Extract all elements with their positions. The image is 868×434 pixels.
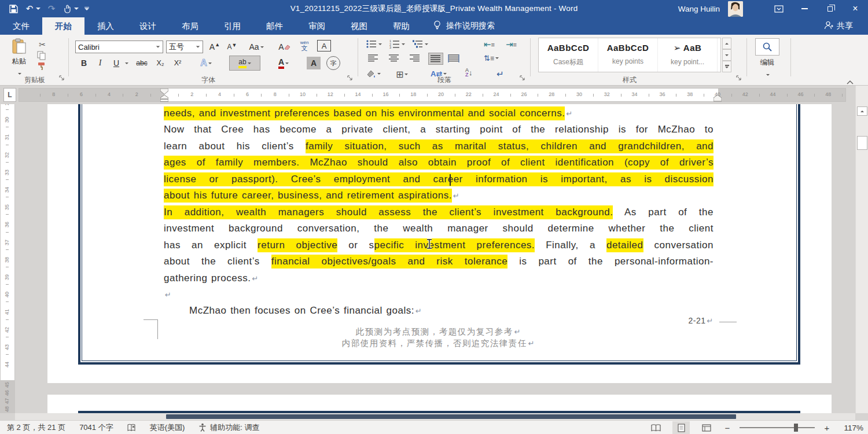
grow-font-button[interactable]: A▲ bbox=[207, 41, 222, 53]
clipboard-dialog-launcher[interactable] bbox=[59, 75, 65, 81]
cut-button[interactable]: ✂ bbox=[36, 39, 49, 50]
doc-line-11[interactable]: ↵ bbox=[164, 289, 713, 300]
show-hide-marks-button[interactable]: ↵ bbox=[496, 69, 504, 79]
distribute-button[interactable] bbox=[448, 54, 459, 62]
doc-line-8[interactable]: has an explicit return objective or spec… bbox=[164, 240, 713, 251]
user-avatar[interactable] bbox=[728, 1, 743, 17]
tab-file[interactable]: 文件 bbox=[0, 17, 42, 35]
paragraph-dialog-launcher[interactable] bbox=[520, 75, 525, 81]
doc-line-10[interactable]: gathering process.↵ bbox=[164, 273, 713, 284]
minimize-button[interactable] bbox=[792, 0, 817, 17]
styles-scroll-up-button[interactable] bbox=[722, 38, 731, 49]
borders-button[interactable]: ⊞ bbox=[396, 69, 408, 80]
superscript-button[interactable]: X² bbox=[170, 57, 185, 69]
justify-button[interactable] bbox=[428, 53, 443, 65]
font-name-combo[interactable]: Calibri bbox=[75, 41, 163, 53]
bold-button[interactable]: B bbox=[78, 57, 90, 69]
tell-me-search[interactable]: 操作说明搜索 bbox=[433, 17, 495, 35]
underline-dropdown-icon[interactable] bbox=[125, 62, 128, 64]
paste-button[interactable]: 粘贴 bbox=[6, 38, 32, 73]
change-case-button[interactable]: Aa bbox=[245, 41, 267, 53]
doc-line-6[interactable]: In addition, wealth managers should asse… bbox=[164, 207, 713, 218]
tab-home[interactable]: 开始 bbox=[42, 17, 84, 35]
vertical-ruler[interactable]: 2930313233343536373839404142434445464748 bbox=[0, 104, 15, 413]
doc-line-3[interactable]: ages of family members. McZhao should al… bbox=[164, 157, 713, 168]
multilevel-list-button[interactable] bbox=[412, 39, 428, 49]
increase-indent-button[interactable]: ⇥≡ bbox=[506, 39, 516, 50]
first-line-indent-marker[interactable] bbox=[160, 89, 168, 94]
vertical-scrollbar[interactable] bbox=[855, 86, 868, 413]
style-item-2[interactable]: ➢ AaBkey point... bbox=[658, 38, 718, 72]
text-highlight-button[interactable]: ab bbox=[229, 56, 260, 71]
web-layout-button[interactable] bbox=[698, 421, 715, 434]
line-spacing-button[interactable]: ⇅≡ bbox=[484, 54, 499, 62]
doc-line-9[interactable]: about the client’s financial objectives/… bbox=[164, 256, 713, 267]
doc-line-0[interactable]: needs, and investment preferences based … bbox=[164, 108, 713, 119]
zoom-level[interactable]: 117% bbox=[839, 424, 863, 432]
zoom-slider[interactable] bbox=[740, 427, 815, 428]
collapse-ribbon-button[interactable] bbox=[846, 76, 854, 87]
tab-help[interactable]: 帮助 bbox=[380, 17, 422, 35]
align-center-button[interactable] bbox=[389, 54, 399, 62]
vertical-scrollbar-thumb[interactable] bbox=[857, 136, 867, 150]
styles-more-button[interactable] bbox=[722, 61, 731, 72]
read-mode-button[interactable] bbox=[647, 421, 664, 434]
zoom-in-button[interactable]: + bbox=[823, 423, 831, 433]
font-size-combo[interactable]: 五号 bbox=[166, 41, 203, 53]
style-item-0[interactable]: AaBbCcDCase标题 bbox=[539, 38, 598, 72]
user-name[interactable]: Wang Huilin bbox=[678, 5, 720, 13]
accessibility-status[interactable]: 辅助功能: 调查 bbox=[192, 422, 266, 433]
styles-dialog-launcher[interactable] bbox=[736, 75, 742, 81]
enclose-characters-button[interactable]: 字 bbox=[326, 56, 340, 70]
print-layout-button[interactable] bbox=[672, 421, 690, 434]
restore-button[interactable] bbox=[817, 0, 843, 17]
editing-button[interactable]: 编辑 bbox=[753, 38, 781, 78]
tab-review[interactable]: 审阅 bbox=[296, 17, 338, 35]
doc-line-13[interactable]: 2-21↵ bbox=[164, 316, 713, 325]
close-button[interactable]: × bbox=[843, 0, 868, 17]
horizontal-scrollbar[interactable] bbox=[15, 413, 855, 420]
underline-button[interactable]: U bbox=[110, 57, 123, 69]
page-indicator[interactable]: 第 2 页，共 21 页 bbox=[0, 422, 72, 433]
zoom-slider-thumb[interactable] bbox=[794, 424, 798, 432]
redo-icon[interactable]: ↷ bbox=[46, 3, 57, 14]
customize-qat-button[interactable] bbox=[84, 7, 89, 10]
clear-formatting-button[interactable]: A bbox=[277, 41, 293, 53]
tab-layout[interactable]: 布局 bbox=[169, 17, 211, 35]
subscript-button[interactable]: X₂ bbox=[153, 57, 168, 69]
decrease-indent-button[interactable]: ⇤≡ bbox=[484, 39, 494, 50]
zoom-out-button[interactable]: − bbox=[723, 423, 731, 433]
doc-line-12[interactable]: McZhao then focuses on Cree’s financial … bbox=[164, 305, 713, 317]
tab-mailings[interactable]: 邮件 bbox=[253, 17, 296, 35]
doc-line-14[interactable]: 此预测为考点预测，考题仅为复习参考↵ bbox=[164, 326, 713, 337]
touch-mode-dropdown-icon[interactable] bbox=[74, 8, 79, 10]
doc-line-5[interactable]: about his future career, business, and r… bbox=[164, 190, 713, 201]
doc-line-1[interactable]: Now that Cree has become a private clien… bbox=[164, 124, 713, 135]
italic-button[interactable]: I bbox=[94, 57, 106, 69]
shading-button[interactable] bbox=[366, 69, 381, 78]
tab-insert[interactable]: 插入 bbox=[84, 17, 127, 35]
right-indent-marker[interactable] bbox=[713, 95, 722, 102]
character-border-button[interactable]: A bbox=[317, 40, 331, 52]
style-item-1[interactable]: AaBbCcDkey points bbox=[598, 38, 658, 72]
horizontal-ruler[interactable]: 8642246810121416182022242628303234363840… bbox=[19, 88, 846, 102]
scroll-up-button[interactable] bbox=[857, 106, 867, 116]
save-icon[interactable] bbox=[8, 3, 19, 14]
shrink-font-button[interactable]: A▼ bbox=[225, 41, 240, 53]
hanging-indent-marker[interactable] bbox=[160, 95, 168, 102]
text-effects-button[interactable]: A bbox=[196, 57, 216, 69]
word-count[interactable]: 7041 个字 bbox=[72, 422, 120, 433]
numbering-button[interactable]: 123 bbox=[389, 39, 405, 49]
strikethrough-button[interactable]: abc bbox=[133, 57, 150, 69]
doc-line-4[interactable]: license or passport). Cree’s employment … bbox=[164, 174, 713, 185]
share-button[interactable]: 共享 bbox=[824, 17, 853, 35]
font-color-button[interactable]: A bbox=[272, 56, 295, 71]
phonetic-guide-button[interactable]: wén文 bbox=[296, 39, 312, 52]
doc-line-7[interactable]: investment background conversation, the … bbox=[164, 223, 713, 234]
touch-mode-button[interactable] bbox=[62, 3, 79, 14]
undo-button[interactable]: ↶ bbox=[24, 3, 41, 14]
align-left-button[interactable] bbox=[368, 54, 378, 62]
font-dialog-launcher[interactable] bbox=[347, 75, 353, 81]
format-painter-button[interactable] bbox=[37, 61, 46, 73]
doc-line-15[interactable]: 内部使用资料，严禁传播，否则追究法律责任↵ bbox=[164, 338, 713, 349]
